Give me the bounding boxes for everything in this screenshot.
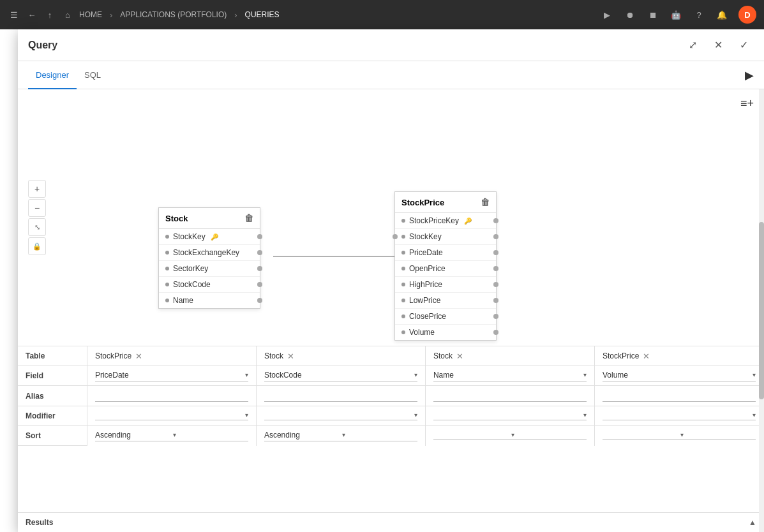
col1-modifier[interactable]: ▾	[87, 406, 256, 426]
col4-modifier-select[interactable]: ▾	[603, 411, 756, 420]
key-icon: 🔑	[464, 218, 472, 225]
row-label-table: Table	[18, 346, 87, 366]
col4-sort[interactable]: ▾	[594, 426, 763, 446]
connector-right	[493, 314, 498, 319]
col1-sort-select[interactable]: Ascending ▾	[95, 431, 248, 441]
dot-icon	[165, 283, 169, 286]
remove-col3-button[interactable]: ✕	[456, 351, 463, 361]
col1-sort[interactable]: Ascending ▾	[87, 426, 256, 446]
chevron-down-icon: ▾	[245, 411, 248, 418]
entity-row: SectorKey	[159, 261, 260, 277]
run-button[interactable]: ▶	[745, 68, 754, 82]
canvas-area[interactable]: ≡+ + − ⤡ 🔒 Stock 🗑 StockKey	[18, 89, 764, 346]
connector-right	[257, 298, 262, 303]
modal-title: Query	[28, 40, 682, 51]
home-icon[interactable]: ⌂	[61, 8, 74, 21]
connector-right	[493, 218, 498, 223]
remove-col1-button[interactable]: ✕	[135, 351, 142, 361]
scrollbar-thumb[interactable]	[759, 222, 764, 399]
col1-alias[interactable]	[87, 386, 256, 406]
bell-icon[interactable]: 🔔	[715, 8, 728, 21]
col3-modifier[interactable]: ▾	[425, 406, 594, 426]
add-column-button[interactable]: ≡+	[740, 97, 754, 110]
chevron-down-icon: ▾	[342, 431, 417, 438]
dot-icon	[165, 235, 169, 239]
results-row[interactable]: Results ▲	[18, 512, 764, 532]
col3-sort[interactable]: ▾	[425, 426, 594, 446]
avatar[interactable]: D	[738, 6, 756, 24]
col4-modifier[interactable]: ▾	[594, 406, 763, 426]
dot-icon	[401, 267, 405, 270]
stop-icon[interactable]: ⏹	[647, 8, 659, 21]
col4-alias[interactable]	[594, 386, 763, 406]
maximize-button[interactable]: ⤢	[682, 35, 703, 55]
back-icon[interactable]: ←	[26, 8, 38, 21]
tab-sql[interactable]: SQL	[77, 61, 109, 89]
col2-sort[interactable]: Ascending ▾	[256, 426, 425, 446]
menu-icon[interactable]: ☰	[8, 8, 20, 21]
entity-row: OpenPrice	[395, 261, 496, 277]
entity-row: StockCode	[159, 277, 260, 293]
record-icon[interactable]: ⏺	[624, 8, 636, 21]
dot-icon	[401, 251, 405, 255]
col3-sort-select[interactable]: ▾	[433, 431, 587, 440]
col2-alias[interactable]	[256, 386, 425, 406]
entity-stock[interactable]: Stock 🗑 StockKey 🔑 StockExchangeKey Sec	[158, 207, 260, 309]
col1-alias-input[interactable]	[95, 390, 248, 402]
col2-sort-select[interactable]: Ascending ▾	[264, 431, 417, 441]
entity-row: StockExchangeKey	[159, 245, 260, 261]
col4-field[interactable]: Volume ▾	[594, 366, 763, 386]
zoom-fit-button[interactable]: ⤡	[28, 218, 46, 236]
col3-field[interactable]: Name ▾	[425, 366, 594, 386]
col3-alias-input[interactable]	[433, 390, 587, 402]
tab-designer[interactable]: Designer	[28, 61, 77, 89]
col1-modifier-select[interactable]: ▾	[95, 411, 248, 420]
col2-alias-input[interactable]	[264, 390, 417, 402]
col1-field-select[interactable]: PriceDate ▾	[95, 371, 248, 381]
remove-col4-button[interactable]: ✕	[643, 351, 650, 361]
col1-field[interactable]: PriceDate ▾	[87, 366, 256, 386]
robot-icon[interactable]: 🤖	[670, 8, 682, 21]
queries-link[interactable]: QUERIES	[245, 10, 280, 19]
col4-sort-select[interactable]: ▾	[603, 431, 756, 440]
home-link[interactable]: HOME	[79, 10, 102, 19]
connector-line	[18, 89, 764, 346]
col2-field[interactable]: StockCode ▾	[256, 366, 425, 386]
connector-right	[257, 234, 262, 239]
dot-icon	[165, 251, 169, 255]
confirm-button[interactable]: ✓	[733, 35, 754, 55]
applications-link[interactable]: APPLICATIONS (PORTFOLIO)	[120, 10, 227, 19]
chevron-down-icon: ▾	[414, 411, 417, 418]
col2-modifier[interactable]: ▾	[256, 406, 425, 426]
entity-stockprice-delete[interactable]: 🗑	[481, 197, 490, 207]
connector-left	[393, 234, 398, 239]
lock-button[interactable]: 🔒	[28, 237, 46, 255]
zoom-in-button[interactable]: +	[28, 180, 46, 198]
help-icon[interactable]: ?	[693, 8, 705, 21]
chevron-down-icon: ▾	[753, 411, 756, 418]
entity-row: StockPriceKey 🔑	[395, 213, 496, 229]
col3-field-select[interactable]: Name ▾	[433, 371, 587, 381]
key-icon: 🔑	[211, 233, 218, 240]
forward-icon[interactable]: ↑	[43, 8, 56, 21]
entity-stockprice[interactable]: StockPrice 🗑 StockPriceKey 🔑 StockKey	[394, 191, 497, 341]
col2-modifier-select[interactable]: ▾	[264, 411, 417, 420]
col3-alias[interactable]	[425, 386, 594, 406]
dot-icon	[401, 235, 405, 239]
col4-field-select[interactable]: Volume ▾	[603, 371, 756, 381]
scrollbar[interactable]	[759, 89, 764, 532]
zoom-controls: + − ⤡ 🔒	[28, 180, 46, 255]
chevron-down-icon: ▾	[414, 371, 417, 378]
dot-icon	[401, 330, 405, 334]
play-icon[interactable]: ▶	[601, 8, 613, 21]
entity-stockprice-header: StockPrice 🗑	[395, 192, 496, 213]
col3-modifier-select[interactable]: ▾	[433, 411, 587, 420]
col4-alias-input[interactable]	[603, 390, 756, 402]
col3-table: Stock ✕	[425, 346, 594, 366]
col2-table: Stock ✕	[256, 346, 425, 366]
close-button[interactable]: ✕	[708, 35, 728, 55]
remove-col2-button[interactable]: ✕	[287, 351, 294, 361]
entity-stock-delete[interactable]: 🗑	[244, 213, 253, 223]
col2-field-select[interactable]: StockCode ▾	[264, 371, 417, 381]
zoom-out-button[interactable]: −	[28, 199, 46, 217]
